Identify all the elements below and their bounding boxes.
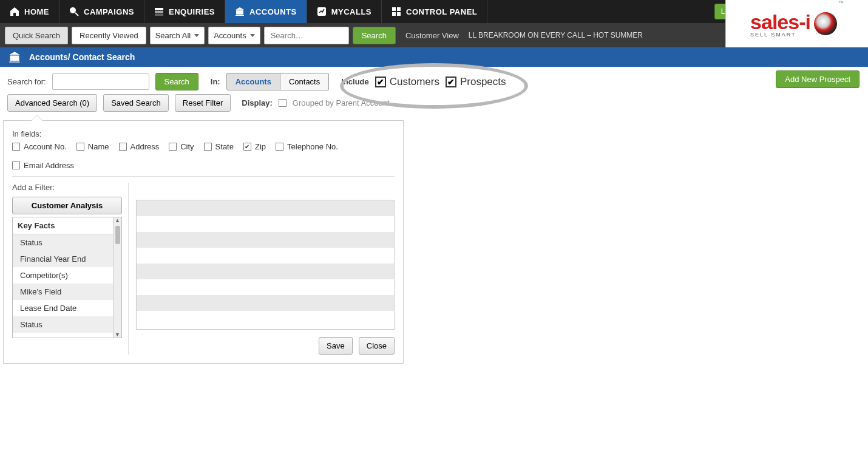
mycalls-icon: [317, 7, 327, 16]
advanced-search-button[interactable]: Advanced Search (0): [7, 94, 97, 112]
nav-label: CONTROL PANEL: [406, 7, 477, 16]
field-checkbox-name[interactable]: Name: [76, 142, 109, 151]
segment-contacts[interactable]: Contacts: [280, 73, 329, 90]
home-icon: [10, 7, 19, 16]
add-filter-label: Add a Filter:: [12, 183, 122, 192]
filter-left-panel: Add a Filter: Customer Analysis Key Fact…: [12, 183, 129, 355]
nav-mycalls[interactable]: MYCALLS: [307, 0, 382, 23]
svg-point-0: [70, 7, 76, 13]
filter-list-item[interactable]: Competitor(s): [13, 267, 121, 284]
quick-search-tab[interactable]: Quick Search: [5, 27, 68, 44]
svg-rect-1: [155, 8, 163, 10]
fields-row: Account No.NameAddressCityStateZipTeleph…: [12, 138, 395, 177]
grouped-label: Grouped by Parent Account: [293, 98, 390, 107]
search-input[interactable]: [264, 27, 349, 44]
search-toolbar: Quick Search Recently Viewed Search All …: [0, 23, 725, 47]
scroll-down-icon: ▼: [115, 332, 120, 338]
field-label: City: [180, 142, 194, 151]
nav-control-panel[interactable]: CONTROL PANEL: [382, 0, 487, 23]
scrollbar[interactable]: ▲ ▼: [113, 217, 121, 338]
nav-label: MYCALLS: [331, 7, 371, 16]
checkbox-icon: [119, 143, 127, 151]
customers-checkbox-wrap: Customers: [375, 76, 439, 88]
filter-list-item[interactable]: Status: [13, 316, 121, 333]
nav-enquiries[interactable]: ENQUIRIES: [144, 0, 225, 23]
reset-filter-button[interactable]: Reset Filter: [175, 94, 231, 112]
customer-analysis-button[interactable]: Customer Analysis: [12, 197, 122, 214]
field-checkbox-zip[interactable]: Zip: [243, 142, 266, 151]
search-for-input[interactable]: [52, 73, 149, 90]
control-panel-icon: [392, 7, 401, 16]
search-button[interactable]: Search: [353, 27, 396, 44]
close-button[interactable]: Close: [359, 337, 395, 355]
checkbox-icon: [76, 143, 84, 151]
page-title: Accounts/ Contact Search: [29, 52, 135, 62]
saved-search-button[interactable]: Saved Search: [103, 94, 169, 112]
field-label: Name: [88, 142, 109, 151]
logo-text: sales-i: [750, 10, 810, 34]
search-for-label: Search for:: [7, 77, 46, 86]
field-checkbox-address[interactable]: Address: [119, 142, 160, 151]
table-row: [137, 232, 394, 248]
table-row: [137, 200, 394, 216]
svg-rect-5: [392, 7, 396, 11]
enquiries-icon: [154, 7, 164, 16]
trademark-icon: ™: [838, 0, 844, 6]
filter-list: Key Facts StatusFinancial Year EndCompet…: [12, 217, 122, 338]
nav-label: CAMPAIGNS: [84, 7, 134, 16]
prospects-checkbox[interactable]: [446, 77, 456, 87]
nav-label: ACCOUNTS: [249, 7, 297, 16]
field-label: Email Address: [24, 161, 74, 170]
logo-eye-icon: [814, 12, 837, 35]
filter-list-item[interactable]: Mike's Field: [13, 284, 121, 300]
search-all-dropdown[interactable]: Search All: [150, 27, 205, 44]
dropdown-label: Search All: [155, 31, 191, 40]
table-row: [137, 311, 394, 327]
field-checkbox-email-address[interactable]: Email Address: [12, 161, 74, 170]
checkbox-icon: [12, 143, 20, 151]
nav-home[interactable]: HOME: [0, 0, 59, 23]
recently-viewed-tab[interactable]: Recently Viewed: [72, 27, 146, 44]
segment-accounts[interactable]: Accounts: [226, 73, 280, 90]
logo-tagline: SELL SMART: [750, 32, 796, 38]
field-checkbox-telephone-no-[interactable]: Telephone No.: [276, 142, 338, 151]
add-prospect-button[interactable]: Add New Prospect: [776, 70, 860, 88]
table-row: [137, 248, 394, 264]
filter-list-item[interactable]: Lease End Date: [13, 300, 121, 316]
table-row: [137, 216, 394, 232]
accounts-icon: [235, 7, 245, 16]
nav-accounts[interactable]: ACCOUNTS: [225, 0, 307, 23]
grouped-checkbox[interactable]: [279, 99, 287, 107]
prospects-checkbox-wrap: Prospects: [446, 76, 506, 88]
accounts-dropdown[interactable]: Accounts: [208, 27, 260, 44]
chevron-down-icon: [250, 34, 255, 37]
svg-rect-8: [397, 12, 401, 16]
advanced-search-panel: In fields: Account No.NameAddressCitySta…: [3, 120, 404, 364]
dropdown-label: Accounts: [214, 31, 246, 40]
field-checkbox-state[interactable]: State: [204, 142, 234, 151]
top-nav-left: HOME CAMPAIGNS ENQUIRIES ACCOUNTS MYCALL…: [0, 0, 487, 23]
checkbox-icon: [276, 143, 283, 151]
accounts-icon: [8, 51, 21, 63]
prospects-label: Prospects: [460, 76, 506, 88]
customers-checkbox[interactable]: [375, 77, 386, 87]
search-button[interactable]: Search: [155, 73, 198, 90]
nav-campaigns[interactable]: CAMPAIGNS: [59, 0, 144, 23]
filter-section: Add a Filter: Customer Analysis Key Fact…: [12, 183, 395, 355]
svg-rect-3: [155, 14, 163, 16]
svg-rect-6: [397, 7, 401, 11]
in-label: In:: [211, 77, 220, 86]
customer-view-link[interactable]: Customer View: [405, 31, 459, 40]
filter-list-item[interactable]: Financial Year End: [13, 251, 121, 267]
checkbox-icon: [12, 162, 20, 169]
scroll-thumb[interactable]: [115, 226, 120, 244]
field-checkbox-account-no-[interactable]: Account No.: [12, 142, 67, 151]
checkbox-icon: [243, 143, 251, 151]
field-label: Address: [131, 142, 160, 151]
field-checkbox-city[interactable]: City: [169, 142, 194, 151]
field-label: Zip: [255, 142, 266, 151]
campaigns-icon: [69, 7, 79, 16]
save-button[interactable]: Save: [319, 337, 353, 355]
filter-list-item[interactable]: Status: [13, 234, 121, 251]
key-facts-header: Key Facts: [13, 217, 121, 234]
